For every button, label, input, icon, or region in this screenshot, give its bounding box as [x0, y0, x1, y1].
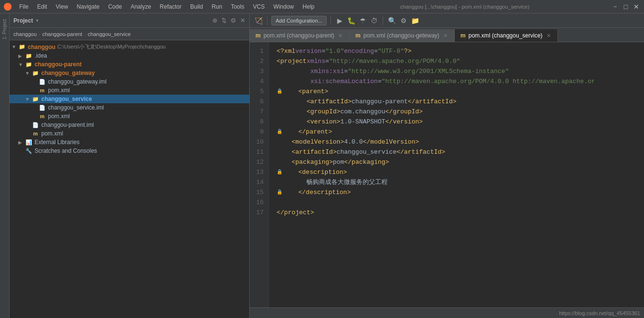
tree-item-idea[interactable]: ▶ 📁 .idea — [10, 51, 249, 60]
menu-vcs[interactable]: VCS — [249, 2, 269, 11]
line-num-3: 3 — [252, 66, 267, 76]
line-num-4: 4 — [252, 76, 267, 86]
code-line-2: <project xmlns="http://maven.apache.org/… — [277, 56, 644, 66]
code-content[interactable]: <?xml version="1.0" encoding="UTF-8"?> <… — [269, 42, 644, 307]
line-num-9: 9 — [252, 127, 267, 137]
tree-item-parent-iml[interactable]: 📄 changgou-parent.iml — [10, 121, 249, 129]
profile-icon[interactable]: ⏱ — [369, 16, 379, 25]
project-chevron[interactable]: ▾ — [36, 18, 38, 23]
code-line-14: 畅购商成各大微服务的父工程 — [277, 177, 644, 187]
toolbar-left: 🏹 — [254, 16, 263, 25]
tab3-m-icon: m — [461, 32, 466, 39]
tab-changgou-service-pom[interactable]: m pom.xml (changgou_service) ✕ — [455, 29, 558, 42]
search-toolbar-icon[interactable]: 🔍 — [387, 16, 397, 25]
code-editor: 1 2 3 4 5 6 7 8 9 10 11 12 13 14 15 16 1… — [250, 42, 644, 307]
line-num-14: 14 — [252, 177, 267, 187]
tree-item-changgou-service[interactable]: ▼ 📁 changgou_service — [10, 95, 249, 103]
line-num-1: 1 — [252, 46, 267, 56]
status-url: https://blog.csdn.net/qq_45455361 — [559, 310, 640, 316]
menu-window[interactable]: Window — [269, 2, 298, 11]
folder-toolbar-icon[interactable]: 📁 — [410, 16, 420, 25]
toolbar-sep2 — [330, 16, 331, 25]
line-num-5: 5 — [252, 86, 267, 97]
close-panel-icon[interactable]: ✕ — [240, 17, 245, 24]
tree-item-gateway-pom[interactable]: m pom.xml — [10, 86, 249, 95]
tab2-label: pom.xml (changgou-geteway) — [364, 32, 439, 39]
line-num-7: 7 — [252, 107, 267, 117]
breadcrumb-sep2: › — [84, 31, 86, 37]
line-num-6: 6 — [252, 97, 267, 107]
collapse-icon[interactable]: ⇅ — [221, 17, 227, 24]
gutter-lock-9: 🔒 — [277, 127, 282, 137]
tab1-label: pom.xml (changgou-parent) — [264, 32, 334, 39]
tabs-bar: m pom.xml (changgou-parent) ✕ m pom.xml … — [250, 28, 644, 42]
sidebar-strip: 1: Project — [0, 13, 10, 318]
arrow-icon[interactable]: 🏹 — [254, 16, 263, 25]
tree-item-service-iml[interactable]: 📄 changgou_service.iml — [10, 103, 249, 112]
menu-navigate[interactable]: Navigate — [73, 2, 103, 11]
add-configuration-button[interactable]: Add Configuration... — [271, 16, 327, 25]
code-line-17: </project> — [277, 208, 644, 218]
menu-file[interactable]: File — [15, 2, 32, 11]
tree-item-changgou-gateway[interactable]: ▼ 📁 changgou_gateway — [10, 69, 249, 77]
toolbar-sep1 — [267, 16, 267, 25]
tree-item-changgou-parent[interactable]: ▼ 📁 changgou-parent — [10, 60, 249, 69]
menu-code[interactable]: Code — [104, 2, 126, 11]
line-num-15: 15 — [252, 187, 267, 197]
line-numbers: 1 2 3 4 5 6 7 8 9 10 11 12 13 14 15 16 1… — [250, 42, 269, 307]
code-line-1: <?xml version="1.0" encoding="UTF-8"?> — [277, 46, 644, 56]
tab1-close[interactable]: ✕ — [337, 32, 343, 39]
settings-toolbar-icon[interactable]: ⚙ — [399, 16, 408, 25]
maximize-button[interactable]: □ — [622, 3, 630, 11]
project-panel-title: Project — [13, 17, 33, 24]
tab3-close[interactable]: ✕ — [546, 32, 552, 39]
breadcrumb-service[interactable]: changgou_service — [88, 31, 131, 37]
code-line-11: <artifactId>changgou_service</artifactId… — [277, 147, 644, 157]
menu-edit[interactable]: Edit — [33, 2, 51, 11]
line-num-13: 13 — [252, 167, 267, 177]
menu-analyze[interactable]: Analyze — [127, 2, 155, 11]
close-button[interactable]: ✕ — [632, 3, 640, 11]
breadcrumb-root[interactable]: changgou — [13, 31, 36, 37]
tree-item-gateway-iml[interactable]: 📄 changgou_gateway.iml — [10, 77, 249, 86]
run-icon[interactable]: ▶ — [335, 16, 344, 25]
line-num-10: 10 — [252, 137, 267, 147]
menu-tools[interactable]: Tools — [227, 2, 248, 11]
code-line-15: 🔒 </description> — [277, 187, 644, 197]
line-num-8: 8 — [252, 117, 267, 127]
menu-view[interactable]: View — [52, 2, 72, 11]
tree-item-parent-pom[interactable]: m pom.xml — [10, 129, 249, 138]
window-controls: － □ ✕ — [611, 3, 640, 11]
menu-bar: File Edit View Navigate Code Analyze Ref… — [15, 2, 318, 11]
menu-run[interactable]: Run — [208, 2, 226, 11]
debug-icon[interactable]: 🐛 — [346, 16, 356, 25]
tab-changgou-geteway-pom[interactable]: m pom.xml (changgou-geteway) ✕ — [350, 29, 455, 42]
minimize-button[interactable]: － — [611, 3, 619, 11]
gutter-lock-15: 🔒 — [277, 187, 282, 197]
title-bar: File Edit View Navigate Code Analyze Ref… — [0, 0, 644, 13]
tab2-close[interactable]: ✕ — [442, 32, 449, 39]
coverage-icon[interactable]: ☂ — [358, 16, 367, 25]
tab-changgou-parent-pom[interactable]: m pom.xml (changgou-parent) ✕ — [250, 29, 350, 42]
tree-item-service-pom[interactable]: m pom.xml — [10, 112, 249, 121]
tree-item-scratches[interactable]: 🔧 Scratches and Consoles — [10, 147, 249, 155]
editor-toolbar: 🏹 Add Configuration... ▶ 🐛 ☂ ⏱ 🔍 ⚙ 📁 — [250, 13, 644, 28]
code-l1-text: <? — [277, 46, 284, 56]
tab3-label: pom.xml (changgou_service) — [469, 32, 543, 39]
project-panel: Project ▾ ⊕ ⇅ ⚙ ✕ changgou › changgou-pa… — [10, 13, 250, 318]
panel-icons: ⊕ ⇅ ⚙ ✕ — [212, 17, 245, 24]
project-strip-label[interactable]: 1: Project — [1, 17, 8, 41]
line-num-11: 11 — [252, 147, 267, 157]
code-line-6: <artifactId>changgou-parent</artifactId> — [277, 97, 644, 107]
locate-icon[interactable]: ⊕ — [212, 17, 218, 24]
tree-item-changgou[interactable]: ▼ 📁 changgou C:\Users\小飞龙\Desktop\MyProj… — [10, 42, 249, 51]
code-line-9: 🔒 </parent> — [277, 127, 644, 137]
menu-refactor[interactable]: Refactor — [156, 2, 185, 11]
line-num-2: 2 — [252, 56, 267, 66]
breadcrumb-parent[interactable]: changgou-parent — [42, 31, 82, 37]
settings-icon[interactable]: ⚙ — [231, 17, 236, 24]
tab1-m-icon: m — [255, 32, 261, 39]
menu-help[interactable]: Help — [299, 2, 318, 11]
menu-build[interactable]: Build — [186, 2, 207, 11]
tree-item-external-libs[interactable]: ▶ 📊 External Libraries — [10, 138, 249, 147]
